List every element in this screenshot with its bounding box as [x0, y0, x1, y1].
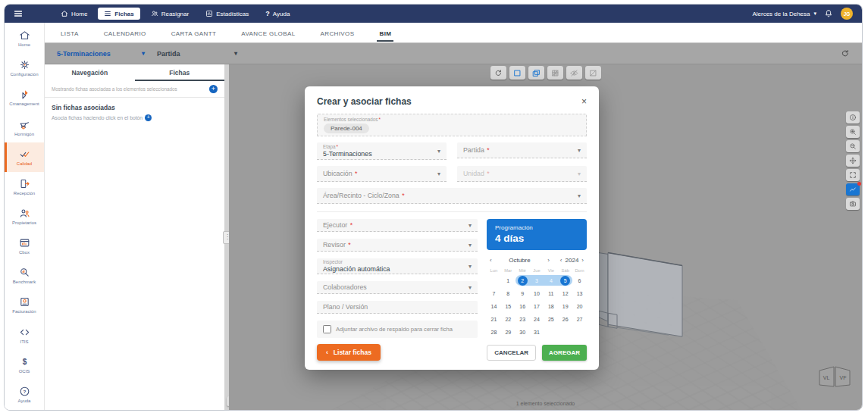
calendar-day[interactable]: 3	[530, 275, 544, 286]
add-ficha-button[interactable]: +	[209, 85, 218, 93]
plano-version-input[interactable]: Plano / Versión	[317, 301, 478, 314]
tab-carta-gantt[interactable]: CARTA GANTT	[169, 24, 219, 42]
multi-select-button[interactable]	[528, 66, 544, 80]
nav-item-reasignar[interactable]: Reasignar	[145, 8, 195, 20]
sidebar-item-calidad[interactable]: Calidad	[5, 142, 44, 172]
ubicacion-select[interactable]: Ubicación * ▾	[317, 166, 447, 182]
calendar-day[interactable]: 22	[501, 314, 515, 324]
project-selector[interactable]: Alerces de la Dehesa ▾	[752, 11, 816, 17]
fit-view-button[interactable]	[846, 169, 860, 181]
sidebar-item-ocis[interactable]: $ OCIS	[5, 350, 44, 380]
nav-item-estadisticas[interactable]: Estadísticas	[199, 8, 255, 20]
screenshot-button[interactable]	[846, 198, 860, 210]
calendar-day[interactable]: 15	[501, 301, 515, 311]
calendar-day[interactable]: 10	[530, 288, 544, 299]
menu-icon[interactable]	[14, 9, 33, 18]
zoom-in-button[interactable]	[846, 126, 860, 138]
calendar-day[interactable]: 17	[530, 301, 544, 311]
adjuntar-checkbox-row[interactable]: Adjuntar archivo de respaldo para cerrar…	[317, 321, 478, 338]
calendar-day[interactable]: 19	[558, 301, 572, 311]
sidebar-item-propietarios[interactable]: Propietarios	[5, 202, 44, 231]
nav-item-ayuda[interactable]: ? Ayuda	[259, 8, 296, 20]
inspector-select[interactable]: Inspector Asignación automática ▾	[317, 258, 478, 274]
calendar-day[interactable]: 23	[515, 314, 530, 324]
calendar-day[interactable]: 29	[501, 327, 515, 337]
agregar-button[interactable]: AGREGAR	[542, 345, 587, 361]
calendar-day[interactable]: 25	[544, 314, 558, 324]
calendar-day[interactable]: 14	[487, 301, 501, 311]
wall-element[interactable]	[598, 252, 682, 336]
calendar-day[interactable]: 24	[530, 314, 544, 324]
panel-tab-fichas[interactable]: Fichas	[135, 64, 225, 81]
zoom-out-button[interactable]	[846, 140, 860, 152]
calendar-day[interactable]: 31	[530, 327, 544, 337]
next-month-icon[interactable]: ›	[546, 257, 551, 264]
calendar-day[interactable]: 18	[544, 301, 558, 311]
calendar-day[interactable]: 26	[558, 314, 572, 324]
calendar-day[interactable]: 11	[544, 288, 558, 299]
listar-fichas-button[interactable]: ‹ Listar fichas	[317, 344, 381, 361]
etapa-select[interactable]: Etapa* 5-Terminaciones ▾	[317, 142, 447, 160]
next-year-icon[interactable]: ›	[580, 257, 585, 264]
pan-button[interactable]	[846, 155, 860, 167]
refresh-button[interactable]	[841, 49, 850, 58]
calendar-day[interactable]: 4	[544, 275, 558, 286]
calendar-day[interactable]: 13	[572, 288, 587, 299]
calendar-day[interactable]: 8	[501, 288, 515, 299]
select-box-button[interactable]	[509, 66, 525, 80]
sidebar-item-ayuda[interactable]: ? Ayuda	[5, 380, 44, 409]
chart-panel-button[interactable]	[846, 183, 860, 195]
sidebar-item-cbox[interactable]: Cbox	[5, 231, 44, 261]
panel-tab-navegacion[interactable]: Navegación	[45, 64, 135, 81]
checkbox[interactable]	[323, 325, 331, 333]
calendar-day[interactable]: 9	[515, 288, 530, 299]
calendar-day[interactable]: 12	[558, 288, 572, 299]
calendar-day[interactable]: 28	[487, 327, 501, 337]
nav-item-fichas[interactable]: Fichas	[98, 8, 139, 20]
calendar-day[interactable]: 1	[501, 275, 515, 286]
sidebar-item-facturacion[interactable]: Facturación	[5, 290, 44, 320]
avatar[interactable]: JG	[841, 8, 853, 20]
calendar-day[interactable]: 6	[572, 275, 587, 286]
bell-icon[interactable]	[824, 9, 833, 18]
area-recinto-select[interactable]: Área/Recinto - Ciclo/Zona * ▾	[317, 188, 587, 204]
sidebar-item-home[interactable]: Home	[5, 23, 44, 53]
tab-calendario[interactable]: CALENDARIO	[102, 24, 149, 42]
colaboradores-select[interactable]: Colaboradores ▾	[317, 281, 478, 294]
ejecutor-select[interactable]: Ejecutor * ▾	[317, 219, 478, 232]
tab-lista[interactable]: LISTA	[58, 24, 81, 42]
sidebar-item-recepcion[interactable]: Recepción	[5, 172, 44, 202]
calendar-day[interactable]: 5	[558, 275, 572, 286]
sidebar-item-cmanagement[interactable]: Cmanagement	[5, 83, 44, 112]
prev-year-icon[interactable]: ‹	[559, 257, 564, 264]
partida-dropdown[interactable]: Partida ▾	[157, 50, 237, 58]
tab-bim[interactable]: BIM	[377, 24, 393, 42]
partida-select[interactable]: Partida * ▾	[457, 142, 587, 158]
sidebar-item-hormigon[interactable]: Hormigón	[5, 112, 44, 142]
tab-archivos[interactable]: ARCHIVOS	[318, 24, 356, 42]
calendar-day[interactable]: 7	[487, 288, 501, 299]
revisor-select[interactable]: Revisor * ▾	[317, 239, 478, 252]
sidebar-item-configuracion[interactable]: Configuración	[5, 53, 44, 83]
sidebar-item-itis[interactable]: ITIS	[5, 321, 44, 350]
isolate-button[interactable]	[547, 66, 563, 80]
hide-box-button[interactable]	[585, 66, 601, 80]
reset-view-button[interactable]	[490, 66, 506, 80]
element-chip[interactable]: Parede-004	[324, 124, 369, 133]
view-cube[interactable]: VL VF	[816, 361, 853, 390]
calendar-day[interactable]: 21	[487, 314, 501, 324]
info-button[interactable]	[846, 111, 860, 124]
calendar-day[interactable]: 27	[572, 314, 587, 324]
sidebar-item-benchmark[interactable]: Benchmark	[5, 261, 44, 290]
calendar-day[interactable]: 30	[515, 327, 530, 337]
close-icon[interactable]: ×	[581, 97, 587, 106]
tab-avance-global[interactable]: AVANCE GLOBAL	[239, 24, 297, 42]
nav-item-home[interactable]: Home	[55, 8, 93, 20]
cancel-button[interactable]: CANCELAR	[487, 345, 536, 361]
calendar-day[interactable]: 16	[515, 301, 530, 311]
calendar-day[interactable]: 20	[572, 301, 587, 311]
etapa-dropdown[interactable]: 5-Terminaciones ▾	[57, 50, 145, 58]
hide-element-button[interactable]	[566, 66, 582, 80]
calendar-day[interactable]: 2	[515, 275, 530, 286]
prev-month-icon[interactable]: ‹	[488, 257, 494, 264]
